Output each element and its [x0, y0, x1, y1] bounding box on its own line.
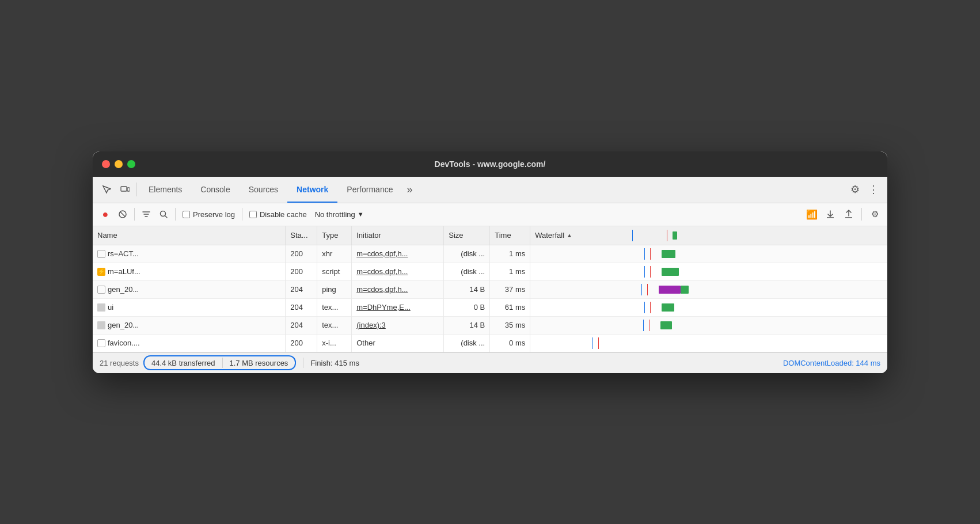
script-icon: ⚡	[97, 268, 105, 276]
export-button[interactable]	[841, 206, 857, 222]
preserve-log-label[interactable]: Preserve log	[179, 210, 238, 219]
tab-elements[interactable]: Elements	[139, 176, 191, 203]
status-divider	[222, 358, 223, 368]
row-name: gen_20...	[108, 285, 139, 294]
status-bar: 21 requests 44.4 kB transferred 1.7 MB r…	[93, 352, 887, 373]
table-row[interactable]: favicon....200x-i...Other(disk ...0 ms	[93, 334, 887, 352]
row-time: 61 ms	[490, 298, 530, 316]
toolbar-end: 📶 ⚙	[804, 206, 883, 222]
table-row[interactable]: gen_20...204tex...(index):314 B35 ms	[93, 316, 887, 334]
toolbar-separator-4	[861, 208, 862, 221]
row-status: 204	[286, 316, 317, 334]
col-header-time[interactable]: Time	[490, 226, 530, 245]
search-button[interactable]	[155, 206, 172, 222]
chevron-down-icon: ▼	[358, 211, 364, 218]
row-time: 1 ms	[490, 263, 530, 280]
image-icon	[97, 303, 105, 312]
title-bar: DevTools - www.google.com/	[93, 151, 887, 177]
tab-performance[interactable]: Performance	[337, 176, 402, 203]
row-checkbox[interactable]	[97, 286, 105, 294]
initiator-link[interactable]: m=DhPYme,E...	[356, 303, 411, 312]
tab-bar: Elements Console Sources Network Perform…	[93, 177, 887, 203]
row-checkbox[interactable]	[97, 339, 105, 347]
sort-arrow-icon: ▲	[567, 232, 572, 238]
row-waterfall	[530, 280, 887, 298]
col-header-size[interactable]: Size	[444, 226, 490, 245]
initiator-link[interactable]: m=cdos,dpf,h...	[356, 285, 408, 294]
toolbar-separator-2	[175, 208, 176, 221]
row-initiator[interactable]: m=DhPYme,E...	[352, 298, 444, 316]
row-initiator[interactable]: (index):3	[352, 316, 444, 334]
throttling-dropdown[interactable]: No throttling ▼	[312, 210, 367, 219]
maximize-button[interactable]	[127, 160, 135, 168]
table-row[interactable]: ⚡m=aLUf...200scriptm=cdos,dpf,h...(disk …	[93, 263, 887, 280]
disable-cache-label[interactable]: Disable cache	[246, 210, 310, 219]
network-table-container: Name Sta... Type Initiator Size	[93, 226, 887, 352]
more-options-icon[interactable]: ⋮	[864, 180, 883, 199]
tab-network[interactable]: Network	[287, 176, 337, 203]
row-initiator[interactable]: m=cdos,dpf,h...	[352, 245, 444, 263]
col-header-initiator[interactable]: Initiator	[352, 226, 444, 245]
network-table: Name Sta... Type Initiator Size	[93, 226, 887, 352]
record-button[interactable]: ●	[97, 206, 113, 222]
settings-icon[interactable]: ⚙	[867, 206, 883, 222]
import-button[interactable]	[822, 206, 838, 222]
toolbar-separator-1	[134, 208, 135, 221]
devtools-window: DevTools - www.google.com/ Elements Cons…	[93, 151, 887, 373]
more-tabs-button[interactable]: »	[402, 176, 417, 203]
table-row[interactable]: ui204tex...m=DhPYme,E...0 B61 ms	[93, 298, 887, 316]
request-count: 21 requests	[100, 359, 139, 367]
col-header-waterfall[interactable]: Waterfall ▲	[530, 226, 887, 245]
tab-console[interactable]: Console	[191, 176, 239, 203]
table-header-row: Name Sta... Type Initiator Size	[93, 226, 887, 245]
row-type: ping	[317, 280, 352, 298]
col-header-type[interactable]: Type	[317, 226, 352, 245]
row-name: rs=ACT...	[108, 249, 139, 258]
col-header-status[interactable]: Sta...	[286, 226, 317, 245]
row-type: x-i...	[317, 334, 352, 352]
row-status: 200	[286, 263, 317, 280]
table-row[interactable]: gen_20...204pingm=cdos,dpf,h...14 B37 ms	[93, 280, 887, 298]
table-row[interactable]: rs=ACT...200xhrm=cdos,dpf,h...(disk ...1…	[93, 245, 887, 263]
col-header-name[interactable]: Name	[93, 226, 286, 245]
transferred-box: 44.4 kB transferred 1.7 MB resources	[143, 355, 296, 370]
row-name: favicon....	[108, 339, 140, 347]
row-size: (disk ...	[444, 245, 490, 263]
row-size: (disk ...	[444, 334, 490, 352]
row-status: 200	[286, 334, 317, 352]
row-size: 0 B	[444, 298, 490, 316]
row-type: xhr	[317, 245, 352, 263]
clear-button[interactable]	[115, 206, 131, 222]
row-checkbox[interactable]	[97, 250, 105, 258]
row-initiator[interactable]: m=cdos,dpf,h...	[352, 263, 444, 280]
row-name: m=aLUf...	[108, 267, 140, 276]
svg-line-3	[120, 212, 125, 217]
minimize-button[interactable]	[115, 160, 123, 168]
disable-cache-checkbox[interactable]	[249, 211, 257, 218]
close-button[interactable]	[102, 160, 110, 168]
svg-rect-0	[121, 187, 127, 191]
filter-button[interactable]	[138, 206, 154, 222]
preserve-log-checkbox[interactable]	[183, 211, 190, 218]
initiator-link[interactable]: m=cdos,dpf,h...	[356, 249, 408, 258]
row-status: 200	[286, 245, 317, 263]
row-name: ui	[108, 303, 113, 312]
row-time: 35 ms	[490, 316, 530, 334]
row-status: 204	[286, 280, 317, 298]
image-icon	[97, 321, 105, 329]
resources-text: 1.7 MB resources	[230, 359, 288, 367]
inspect-element-button[interactable]	[97, 180, 116, 199]
svg-point-4	[160, 211, 165, 216]
table-body: rs=ACT...200xhrm=cdos,dpf,h...(disk ...1…	[93, 245, 887, 352]
initiator-link[interactable]: m=cdos,dpf,h...	[356, 267, 408, 276]
settings-icon[interactable]: ⚙	[846, 180, 864, 199]
row-time: 0 ms	[490, 334, 530, 352]
device-toolbar-button[interactable]	[116, 180, 134, 199]
initiator-link[interactable]: (index):3	[356, 321, 386, 329]
online-status-icon[interactable]: 📶	[804, 206, 820, 222]
row-initiator[interactable]: Other	[352, 334, 444, 352]
transferred-text: 44.4 kB transferred	[151, 359, 215, 367]
row-type: tex...	[317, 316, 352, 334]
tab-sources[interactable]: Sources	[240, 176, 287, 203]
row-initiator[interactable]: m=cdos,dpf,h...	[352, 280, 444, 298]
